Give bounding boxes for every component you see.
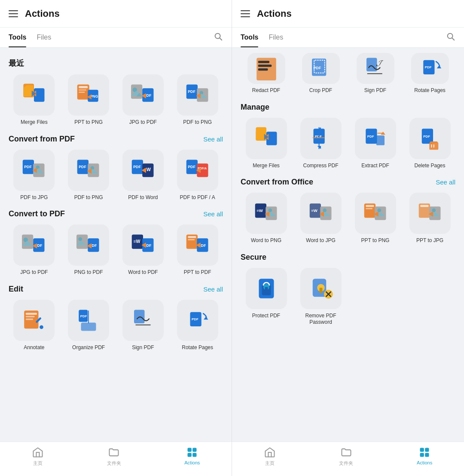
left-edit-see-all[interactable]: See all (203, 286, 223, 293)
svg-rect-149 (430, 141, 438, 143)
right-convert-office-see-all[interactable]: See all (436, 178, 455, 186)
tool-pdf-to-png2[interactable]: PDF PDF to PNG (63, 150, 114, 201)
tool-compress-label: Compress PDF (303, 163, 338, 169)
svg-point-90 (40, 325, 44, 329)
tool-word-to-pdf[interactable]: ≡W PDF Word to PDF (118, 224, 169, 276)
tool-png-to-pdf-label: PNG to PDF (74, 269, 103, 276)
tool-ppt-to-png[interactable]: PNG PPT to PNG (63, 74, 114, 126)
svg-rect-174 (420, 205, 428, 207)
right-nav-folder[interactable]: 文件夹 (339, 446, 353, 467)
svg-rect-104 (192, 448, 196, 452)
left-hamburger-icon[interactable] (9, 10, 18, 17)
home-icon (32, 446, 44, 458)
tool-png-to-pdf[interactable]: PDF PNG to PDF (63, 224, 114, 276)
svg-rect-111 (258, 61, 269, 63)
svg-point-154 (268, 209, 272, 212)
left-scroll-area: 最近 Merge Files (0, 48, 232, 442)
right-nav-actions[interactable]: Actions (417, 446, 432, 467)
tool-rotate-top[interactable]: PDF Rotate Pages (404, 53, 455, 94)
right-bottom-nav: 主页 文件夹 Actions (232, 442, 464, 476)
tool-ppt-to-pdf[interactable]: PDF PPT to PDF (172, 224, 223, 276)
right-manage-grid: Merge Files PDF Compress PDF (241, 118, 455, 169)
right-panel: Actions Tools Files R (232, 0, 464, 476)
tool-jpg-to-pdf[interactable]: PDF JPG to PDF (118, 74, 169, 126)
svg-rect-80 (188, 239, 195, 240)
left-convert-from-pdf-see-all[interactable]: See all (203, 135, 223, 143)
left-nav-actions-label: Actions (184, 460, 200, 465)
tool-ppt-to-jpg[interactable]: PPT to JPG (404, 193, 455, 244)
right-search-icon[interactable] (442, 28, 455, 47)
tool-pdf-to-png[interactable]: PDF PDF to PNG (172, 74, 223, 126)
tool-organize[interactable]: PDF Organize PDF (63, 300, 114, 351)
svg-text:PDF: PDF (313, 66, 321, 70)
tool-ppt-to-png-right-label: PPT to PNG (361, 237, 390, 244)
tool-ppt-to-png-right[interactable]: PPT to PNG (350, 193, 401, 244)
tool-merge-right[interactable]: Merge Files (241, 118, 292, 169)
left-convert-from-pdf-header: Convert from PDF See all (9, 135, 223, 144)
svg-rect-166 (366, 205, 374, 207)
left-nav-actions[interactable]: Actions (184, 446, 200, 467)
right-manage-title: Manage (241, 103, 269, 112)
tool-delete-pages-label: Delete Pages (414, 163, 445, 169)
tool-compress[interactable]: PDF Compress PDF (295, 118, 346, 169)
tool-word-to-png[interactable]: ≡W Word to PNG (241, 193, 292, 244)
tool-pdf-to-pdfa[interactable]: PDF PDF/A PDF to PDF / A (172, 150, 223, 201)
tool-annotate[interactable]: Annotate (9, 300, 60, 351)
right-title: Actions (257, 8, 292, 19)
svg-rect-87 (26, 316, 35, 317)
svg-rect-112 (258, 64, 272, 67)
tool-crop-label: Crop PDF (309, 87, 332, 94)
tool-sign-top[interactable]: 𝓙 Sign PDF (350, 53, 401, 94)
tool-word-to-pdf-label: Word to PDF (128, 269, 158, 276)
right-hamburger-icon[interactable] (241, 10, 250, 17)
svg-point-169 (377, 209, 381, 212)
tool-annotate-label: Annotate (24, 344, 44, 351)
left-nav-home[interactable]: 主页 (32, 446, 44, 467)
svg-rect-192 (425, 448, 429, 452)
tool-pdf-to-word[interactable]: PDF ≡W PDF to Word (118, 150, 169, 201)
svg-text:PDF: PDF (188, 164, 195, 169)
tool-redact[interactable]: Redact PDF (241, 53, 292, 94)
tool-word-to-jpg[interactable]: ≡W Word to JPG (295, 193, 346, 244)
svg-point-176 (432, 209, 436, 212)
svg-rect-191 (420, 448, 424, 452)
right-nav-home[interactable]: 主页 (264, 446, 276, 467)
left-convert-to-pdf-grid: PDF JPG to PDF PDF P (9, 224, 223, 276)
left-search-icon[interactable] (209, 28, 223, 47)
svg-point-161 (323, 209, 327, 212)
left-tab-files[interactable]: Files (37, 28, 51, 47)
tool-delete-pages[interactable]: PDF Delete Pages (404, 118, 455, 169)
tool-pdf-to-png-label: PDF to PNG (183, 119, 212, 126)
right-convert-office-grid: ≡W Word to PNG ≡W (241, 193, 455, 244)
tool-rotate-edit[interactable]: PDF Rotate Pages (172, 300, 223, 351)
svg-text:≡W: ≡W (133, 239, 140, 244)
tool-ppt-to-png-label: PPT to PNG (74, 119, 103, 126)
tool-pdf-to-jpg[interactable]: PDF PDF to JPG (9, 150, 60, 201)
svg-rect-86 (26, 313, 37, 314)
left-recent-title: 最近 (9, 58, 223, 68)
svg-text:PDF: PDF (192, 317, 198, 321)
tool-extract-label: Extract PDF (361, 163, 389, 169)
tool-extract[interactable]: PDF Extract PDF (350, 118, 401, 169)
tool-jpg-to-pdf2[interactable]: PDF JPG to PDF (9, 224, 60, 276)
tool-protect-label: Protect PDF (252, 313, 280, 319)
svg-text:PDF: PDF (80, 314, 87, 318)
svg-point-66 (79, 237, 82, 241)
svg-text:PDF: PDF (133, 164, 141, 169)
tool-protect[interactable]: Protect PDF (241, 268, 292, 326)
tool-crop[interactable]: PDF Crop PDF (295, 53, 346, 94)
tool-sign-edit[interactable]: Sign PDF (118, 300, 169, 351)
svg-rect-105 (188, 453, 192, 457)
left-header: Actions (0, 0, 232, 28)
left-tab-tools[interactable]: Tools (9, 28, 26, 47)
left-nav-folder[interactable]: 文件夹 (107, 446, 121, 467)
right-tab-tools[interactable]: Tools (241, 28, 258, 47)
left-convert-to-pdf-see-all[interactable]: See all (203, 210, 223, 218)
svg-rect-167 (366, 208, 372, 209)
svg-text:PDF: PDF (423, 135, 430, 138)
right-partial-top: Redact PDF PDF Crop PDF (241, 53, 455, 94)
tool-remove-password[interactable]: Remove PDF Password (295, 268, 346, 326)
grid-icon (186, 446, 198, 458)
tool-merge-files[interactable]: Merge Files (9, 74, 60, 126)
right-tab-files[interactable]: Files (269, 28, 283, 47)
